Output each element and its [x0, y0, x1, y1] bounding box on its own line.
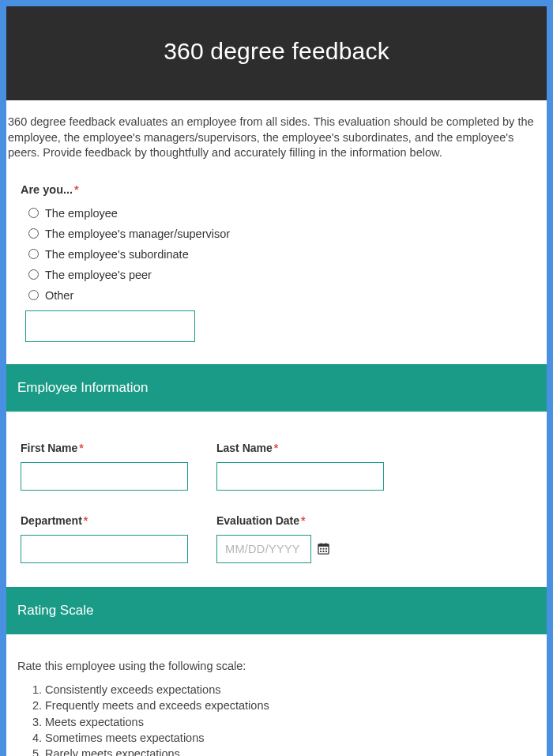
required-mark: * — [301, 514, 305, 527]
role-option-label: The employee — [45, 207, 118, 220]
rating-scale-item: Frequently meets and exceeds expectation… — [45, 698, 536, 713]
role-option-employee[interactable]: The employee — [21, 203, 532, 224]
radio-icon[interactable] — [28, 208, 39, 218]
eval-date-label: Evaluation Date* — [216, 514, 389, 527]
last-name-input[interactable] — [216, 462, 384, 491]
svg-rect-8 — [323, 551, 325, 552]
first-name-label: First Name* — [21, 442, 193, 454]
employee-info-body: First Name* Last Name* Department* Ev — [6, 412, 547, 587]
radio-icon[interactable] — [28, 290, 39, 300]
form-title: 360 degree feedback — [14, 38, 539, 65]
employee-info-heading: Employee Information — [6, 364, 547, 412]
svg-rect-3 — [325, 543, 327, 546]
required-mark: * — [84, 514, 88, 527]
department-input[interactable] — [21, 535, 188, 563]
svg-rect-4 — [320, 548, 322, 550]
radio-icon[interactable] — [28, 269, 39, 280]
first-name-input[interactable] — [21, 462, 188, 491]
svg-rect-7 — [320, 551, 322, 552]
eval-date-input[interactable] — [216, 535, 311, 563]
role-option-label: The employee's manager/supervisor — [45, 228, 230, 240]
rating-scale-list: Consistently exceeds expectations Freque… — [45, 682, 536, 756]
last-name-label: Last Name* — [216, 442, 389, 454]
calendar-icon[interactable] — [318, 543, 329, 555]
svg-rect-1 — [318, 544, 329, 547]
form-header: 360 degree feedback — [6, 6, 547, 100]
role-question-label-text: Are you... — [21, 183, 73, 196]
required-mark: * — [79, 442, 83, 454]
form-page: 360 degree feedback 360 degree feedback … — [6, 6, 547, 756]
rating-scale-item: Meets expectations — [45, 714, 536, 730]
rating-scale-item: Rarely meets expectations — [45, 746, 536, 756]
role-option-peer[interactable]: The employee's peer — [21, 265, 532, 285]
rating-scale-intro: Rate this employee using the following s… — [17, 658, 536, 674]
role-other-input[interactable] — [25, 310, 195, 342]
required-mark: * — [274, 442, 278, 454]
svg-rect-6 — [325, 548, 327, 550]
svg-rect-5 — [323, 548, 325, 550]
role-question-block: Are you...* The employee The employee's … — [6, 161, 547, 364]
role-option-manager[interactable]: The employee's manager/supervisor — [21, 224, 532, 244]
role-option-other[interactable]: Other — [21, 285, 532, 306]
rating-scale-body: Rate this employee using the following s… — [6, 634, 547, 756]
role-question-label: Are you...* — [21, 183, 532, 196]
intro-text: 360 degree feedback evaluates an employe… — [6, 100, 547, 161]
role-option-label: The employee's peer — [45, 269, 152, 281]
required-mark: * — [74, 183, 79, 196]
department-label: Department* — [21, 514, 193, 527]
radio-icon[interactable] — [28, 249, 39, 259]
rating-scale-item: Sometimes meets expectations — [45, 730, 536, 746]
rating-scale-heading: Rating Scale — [6, 587, 547, 634]
role-option-label: Other — [45, 289, 73, 302]
role-option-label: The employee's subordinate — [45, 248, 189, 261]
svg-rect-2 — [321, 543, 322, 546]
svg-rect-9 — [325, 551, 327, 552]
radio-icon[interactable] — [28, 228, 39, 239]
role-option-subordinate[interactable]: The employee's subordinate — [21, 244, 532, 265]
rating-scale-item: Consistently exceeds expectations — [45, 682, 536, 698]
